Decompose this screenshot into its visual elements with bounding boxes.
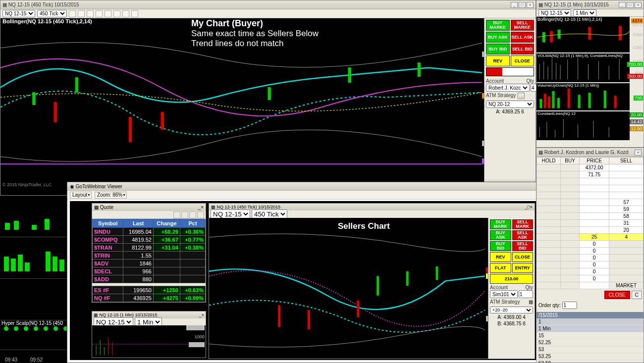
- interval-select[interactable]: 450 Tick: [37, 10, 67, 17]
- entry-button[interactable]: ENTRY: [512, 263, 534, 273]
- account-select[interactable]: Sim101: [490, 290, 518, 298]
- quote-row[interactable]: $TRAN8122.99+31.04+0.38%: [93, 244, 206, 252]
- atm-settings-icon[interactable]: …: [518, 93, 525, 99]
- sell-market-button[interactable]: SELLMARK: [512, 219, 534, 229]
- goto-titlebar[interactable]: ◉ GoToWebinar Viewer _□×: [67, 182, 594, 191]
- minimize-icon[interactable]: _: [511, 2, 518, 8]
- quote-row[interactable]: $INDU16985.04+60.29+0.36%: [93, 228, 206, 236]
- close-all-button[interactable]: CLOSE: [604, 291, 630, 299]
- dom-row[interactable]: 0: [537, 241, 644, 248]
- zoom-dropdown[interactable]: Zoom: 86%: [95, 192, 127, 199]
- sellers-chart-body[interactable]: [209, 218, 485, 359]
- list-item[interactable]: 15: [537, 332, 644, 339]
- dom-row[interactable]: 57: [537, 199, 644, 206]
- buy-market-button[interactable]: BUY MARKE: [486, 20, 510, 31]
- dom-row[interactable]: 31: [537, 220, 644, 227]
- reverse-button[interactable]: REV: [490, 252, 511, 262]
- close-position-button[interactable]: CLOSE: [512, 252, 534, 262]
- list-item[interactable]: 53: [537, 346, 644, 353]
- interval-select[interactable]: 1 Min: [573, 9, 596, 17]
- right-pane-3[interactable]: VolumeUpDown(NQ 12-15 (1 Min)): [537, 83, 630, 110]
- right-titlebar[interactable]: ▦ NQ 12-15 (1 Min) 10/15/2015_□×: [537, 0, 644, 9]
- list-item[interactable]: 1: [537, 318, 644, 325]
- dom-row[interactable]: 0: [537, 261, 644, 268]
- account-select[interactable]: Robert J. Kozc: [486, 84, 530, 92]
- quote-row[interactable]: NQ #F436925+4275+0.99%: [93, 294, 206, 302]
- flat-button[interactable]: FLAT: [490, 263, 511, 273]
- buy-ask-button[interactable]: BUYASK: [490, 230, 511, 240]
- quote-row[interactable]: $ADV1846: [93, 259, 206, 267]
- tool-icon[interactable]: [87, 10, 94, 17]
- mini-chart-body[interactable]: [92, 325, 188, 358]
- dom-row[interactable]: 0: [537, 248, 644, 255]
- list-item[interactable]: 52.50: [537, 360, 644, 363]
- list-item[interactable]: 1 Min: [537, 325, 644, 332]
- tool-icon[interactable]: [197, 211, 204, 218]
- close-icon[interactable]: ×: [527, 2, 534, 8]
- reverse-button[interactable]: REV: [486, 55, 510, 66]
- list-item[interactable]: 53.25: [537, 353, 644, 360]
- dom-row[interactable]: 20: [537, 227, 644, 234]
- dom-row[interactable]: [537, 178, 644, 185]
- quote-row[interactable]: $TRIN1.55: [93, 252, 206, 259]
- instrument-select[interactable]: NQ 12-15: [2, 10, 35, 17]
- buy-market-button[interactable]: BUYMARK: [490, 219, 511, 229]
- dom-row[interactable]: 0: [537, 275, 644, 282]
- quote-row[interactable]: $COMPQ4819.52+36.67+0.77%: [93, 236, 206, 244]
- maximize-icon[interactable]: □: [519, 2, 526, 8]
- tool-icon[interactable]: [113, 10, 120, 17]
- dom-row[interactable]: [537, 185, 644, 192]
- c-button[interactable]: C: [632, 291, 642, 299]
- dom-row[interactable]: [537, 192, 644, 199]
- buy-ask-button[interactable]: BUY ASK: [486, 32, 510, 43]
- col-change[interactable]: Change: [153, 219, 180, 228]
- dom-titlebar[interactable]: ▦ Robert J. Kozdron and Laurie G. Kozd×: [537, 148, 644, 157]
- account-label: Account: [486, 78, 504, 84]
- tool-icon[interactable]: [122, 10, 129, 17]
- tool-icon[interactable]: [181, 211, 188, 218]
- atm-settings-icon[interactable]: ▦: [529, 299, 533, 305]
- close-icon[interactable]: ×: [201, 205, 204, 210]
- col-last[interactable]: Last: [123, 219, 153, 228]
- atm-select[interactable]: +20 -20: [490, 307, 533, 313]
- sell-market-button[interactable]: SELL MARKE: [511, 20, 535, 31]
- dom-row[interactable]: 0: [537, 268, 644, 275]
- sell-bid-button[interactable]: SELLBID: [512, 241, 534, 251]
- sell-ask-button[interactable]: SELL ASK: [511, 32, 535, 43]
- col-pct[interactable]: Pct: [180, 219, 206, 228]
- order-qty-input[interactable]: [562, 302, 577, 309]
- tool-icon[interactable]: [78, 10, 85, 17]
- qty-input[interactable]: [519, 290, 533, 298]
- instrument-select[interactable]: NQ 12-15: [538, 9, 571, 17]
- tool-icon[interactable]: [131, 10, 138, 17]
- tool-icon[interactable]: [69, 10, 76, 17]
- layout-dropdown[interactable]: Layout: [70, 192, 92, 199]
- quote-row[interactable]: $DECL966: [93, 267, 206, 275]
- right-pane-1[interactable]: Bollinger(NQ 12-15 (1 Min),2,14): [537, 17, 630, 52]
- col-symbol[interactable]: Symbol: [93, 219, 123, 228]
- tool-icon[interactable]: [105, 10, 111, 17]
- tool-icon[interactable]: [189, 211, 196, 218]
- quote-titlebar[interactable]: ▦ Quote_×: [92, 204, 206, 211]
- dom-row[interactable]: MARKET: [537, 282, 644, 289]
- quote-row[interactable]: $ADD880: [93, 275, 206, 283]
- dom-row-current[interactable]: 254: [537, 234, 644, 241]
- buy-bid-button[interactable]: BUYBID: [490, 241, 511, 251]
- sell-bid-button[interactable]: SELL BID: [511, 44, 535, 54]
- right-pane-4[interactable]: ConstantLines(NQ 12: [537, 111, 630, 140]
- tool-icon[interactable]: [173, 211, 180, 218]
- right-pane-2[interactable]: VOLMA(NQ 12-15 (1 Min),9), ConstantLines…: [537, 53, 630, 82]
- main-titlebar[interactable]: ▦ NQ 12-15 (450 Tick) 10/15/2015 _ □ ×: [0, 0, 536, 9]
- list-item[interactable]: 52.25: [537, 339, 644, 346]
- dom-row[interactable]: 59: [537, 206, 644, 213]
- quote-row[interactable]: ES #F199650+1250+0.63%: [93, 286, 206, 294]
- buy-bid-button[interactable]: BUY BID: [486, 44, 510, 54]
- sell-ask-button[interactable]: SELLASK: [512, 230, 534, 240]
- dom-row[interactable]: 4372.00: [537, 164, 644, 171]
- atm-select[interactable]: NQ 20-12: [486, 101, 534, 108]
- dom-row[interactable]: 0: [537, 255, 644, 261]
- dom-row[interactable]: 71.75: [537, 171, 644, 178]
- dom-row[interactable]: 58: [537, 213, 644, 220]
- close-position-button[interactable]: CLOSE: [511, 55, 535, 66]
- tool-icon[interactable]: [96, 10, 103, 17]
